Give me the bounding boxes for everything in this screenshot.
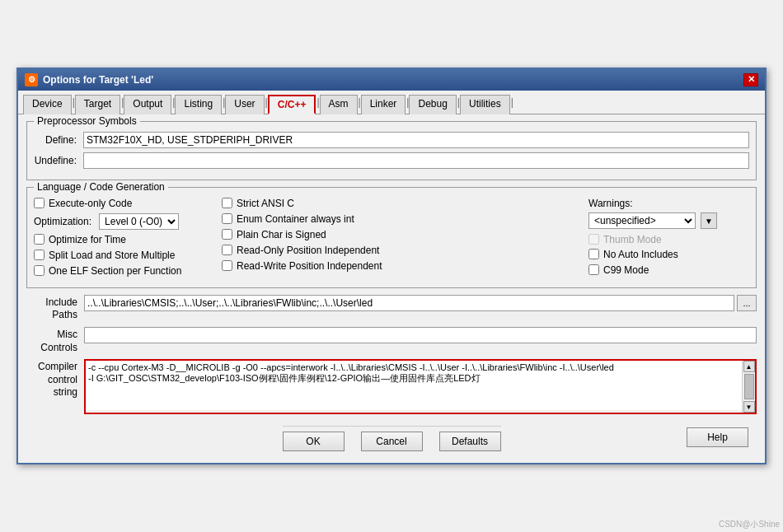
tab-asm[interactable]: Asm	[320, 95, 358, 114]
watermark: CSDN@小Shine	[719, 519, 780, 530]
one-elf-label: One ELF Section per Function	[49, 265, 181, 277]
include-paths-row: IncludePaths ...	[26, 295, 757, 322]
preprocessor-title: Preprocessor Symbols	[34, 115, 140, 127]
warnings-select[interactable]: <unspecified>	[588, 212, 696, 229]
main-window: ⚙ Options for Target 'Led' ✕ Device | Ta…	[16, 68, 767, 464]
compiler-string-row: Compilercontrolstring -c --cpu Cortex-M3…	[26, 359, 757, 414]
one-elf-row: One ELF Section per Function	[34, 265, 215, 277]
plain-char-row: Plain Char is Signed	[222, 229, 582, 240]
language-title: Language / Code Generation	[34, 181, 168, 193]
warnings-dropdown-arrow[interactable]: ▼	[701, 212, 717, 229]
no-auto-includes-row: No Auto Includes	[588, 249, 749, 260]
scroll-thumb[interactable]	[744, 374, 754, 399]
tab-listing[interactable]: Listing	[175, 95, 222, 114]
split-load-checkbox[interactable]	[34, 250, 45, 260]
one-elf-checkbox[interactable]	[34, 265, 45, 276]
undefine-row: Undefine:	[34, 152, 749, 169]
tab-target[interactable]: Target	[75, 95, 120, 114]
bottom-buttons: OK Cancel Defaults	[283, 426, 501, 455]
warnings-label: Warnings:	[588, 198, 749, 209]
help-button[interactable]: Help	[687, 427, 748, 447]
strict-ansi-label: Strict ANSI C	[237, 198, 294, 209]
sep10: |	[511, 94, 513, 114]
tab-cpp[interactable]: C/C++	[268, 95, 316, 114]
title-bar-left: ⚙ Options for Target 'Led'	[25, 73, 153, 86]
execute-only-checkbox[interactable]	[34, 198, 45, 208]
optimize-time-label: Optimize for Time	[49, 234, 126, 245]
compiler-textarea-wrap: -c --cpu Cortex-M3 -D__MICROLIB -g -O0 -…	[84, 359, 757, 414]
language-group: Language / Code Generation Execute-only …	[26, 187, 757, 288]
include-paths-input[interactable]	[84, 295, 734, 311]
read-only-checkbox[interactable]	[222, 245, 232, 255]
optimization-row: Optimization: Level 0 (-O0)	[34, 213, 215, 230]
tab-linker[interactable]: Linker	[361, 95, 406, 114]
thumb-mode-checkbox	[588, 234, 599, 245]
split-load-row: Split Load and Store Multiple	[34, 250, 215, 261]
bottom-buttons-area: OK Cancel Defaults Help	[26, 419, 757, 455]
lang-right-col: Warnings: <unspecified> ▼ Thumb Mode No …	[588, 198, 749, 281]
enum-container-checkbox[interactable]	[222, 213, 232, 224]
content-area: Preprocessor Symbols Define: Undefine: L…	[18, 114, 765, 463]
ok-button[interactable]: OK	[283, 432, 345, 451]
defaults-button[interactable]: Defaults	[439, 432, 501, 451]
c99-mode-checkbox[interactable]	[588, 264, 599, 275]
include-paths-label: IncludePaths	[26, 295, 84, 322]
misc-controls-input[interactable]	[84, 327, 757, 343]
undefine-input[interactable]	[83, 152, 749, 169]
execute-only-row: Execute-only Code	[34, 198, 215, 209]
cancel-button[interactable]: Cancel	[361, 432, 423, 451]
preprocessor-group: Preprocessor Symbols Define: Undefine:	[26, 121, 757, 180]
close-button[interactable]: ✕	[743, 73, 758, 86]
thumb-mode-label: Thumb Mode	[603, 234, 662, 245]
scroll-up-arrow[interactable]: ▲	[743, 361, 755, 372]
compiler-scrollbar: ▲ ▼	[742, 361, 755, 413]
lang-mid-col: Strict ANSI C Enum Container always int …	[222, 198, 582, 281]
read-write-checkbox[interactable]	[222, 260, 232, 271]
strict-ansi-checkbox[interactable]	[222, 198, 232, 208]
no-auto-includes-label: No Auto Includes	[603, 249, 678, 260]
undefine-label: Undefine:	[34, 155, 83, 166]
plain-char-checkbox[interactable]	[222, 229, 232, 240]
no-auto-includes-checkbox[interactable]	[588, 249, 599, 259]
tab-bar: Device | Target | Output | Listing | Use…	[18, 91, 765, 114]
optimization-select[interactable]: Level 0 (-O0)	[99, 213, 179, 230]
compiler-string-label: Compilercontrolstring	[26, 359, 84, 399]
title-bar: ⚙ Options for Target 'Led' ✕	[18, 69, 765, 91]
c99-mode-row: C99 Mode	[588, 264, 749, 276]
tab-device[interactable]: Device	[23, 95, 72, 114]
read-write-label: Read-Write Position Independent	[237, 260, 382, 272]
optimize-time-row: Optimize for Time	[34, 234, 215, 245]
read-only-row: Read-Only Position Independent	[222, 245, 582, 256]
misc-controls-label: MiscControls	[26, 327, 84, 354]
thumb-mode-row: Thumb Mode	[588, 234, 749, 245]
scroll-down-arrow[interactable]: ▼	[743, 401, 755, 413]
lang-left-col: Execute-only Code Optimization: Level 0 …	[34, 198, 215, 281]
read-only-label: Read-Only Position Independent	[237, 245, 379, 256]
c99-mode-label: C99 Mode	[603, 264, 649, 276]
tab-utilities[interactable]: Utilities	[460, 95, 510, 114]
execute-only-label: Execute-only Code	[49, 198, 132, 209]
read-write-row: Read-Write Position Independent	[222, 260, 582, 272]
define-input[interactable]	[83, 132, 749, 148]
define-row: Define:	[34, 132, 749, 148]
enum-container-row: Enum Container always int	[222, 213, 582, 225]
misc-controls-row: MiscControls	[26, 327, 757, 354]
plain-char-label: Plain Char is Signed	[237, 229, 326, 240]
compiler-string-textarea[interactable]: -c --cpu Cortex-M3 -D__MICROLIB -g -O0 -…	[86, 361, 755, 410]
include-paths-browse-button[interactable]: ...	[737, 295, 757, 311]
define-label: Define:	[34, 134, 83, 146]
tab-output[interactable]: Output	[124, 95, 171, 114]
enum-container-label: Enum Container always int	[237, 213, 354, 225]
split-load-label: Split Load and Store Multiple	[49, 250, 175, 261]
app-icon: ⚙	[25, 73, 38, 86]
warnings-select-row: <unspecified> ▼	[588, 212, 749, 229]
tab-debug[interactable]: Debug	[409, 95, 456, 114]
tab-user[interactable]: User	[225, 95, 264, 114]
strict-ansi-row: Strict ANSI C	[222, 198, 582, 209]
optimization-label: Optimization:	[34, 216, 91, 227]
optimize-time-checkbox[interactable]	[34, 234, 45, 245]
window-title: Options for Target 'Led'	[43, 74, 153, 86]
